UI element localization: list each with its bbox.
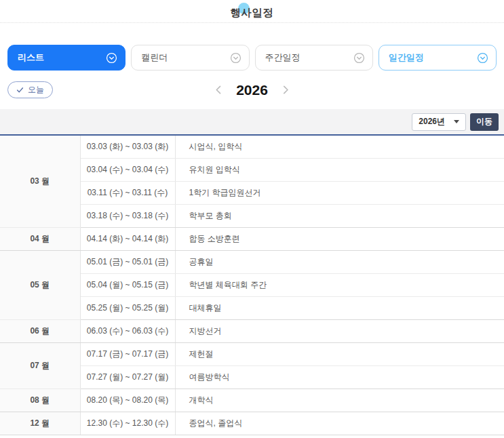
event-name-cell: 시업식, 입학식 — [175, 135, 504, 158]
next-year-button[interactable] — [281, 85, 291, 95]
page-header: 행사일정 — [0, 0, 504, 19]
table-row: 07 월07.17 (금) ~ 07.17 (금)제헌절 — [0, 342, 504, 365]
month-cell: 08 월 — [0, 389, 80, 412]
chevron-right-icon — [281, 85, 291, 95]
table-row: 04 월04.14 (화) ~ 04.14 (화)합동 소방훈련 — [0, 227, 504, 250]
chevron-down-circle-icon — [230, 52, 241, 64]
today-label: 오늘 — [28, 84, 44, 96]
today-button[interactable]: 오늘 — [7, 81, 53, 98]
table-row: 06 월06.03 (수) ~ 06.03 (수)지방선거 — [0, 319, 504, 342]
tab-list[interactable]: 리스트 — [7, 45, 125, 71]
tab-calendar[interactable]: 캘린더 — [131, 45, 249, 71]
table-row: 05 월05.01 (금) ~ 05.01 (금)공휴일 — [0, 250, 504, 273]
title-divider — [0, 22, 504, 23]
event-name-cell: 지방선거 — [175, 319, 504, 342]
tab-daily[interactable]: 일간일정 — [379, 45, 497, 71]
date-range-cell: 03.18 (수) ~ 03.18 (수) — [80, 204, 175, 227]
page-title: 행사일정 — [231, 6, 274, 19]
check-icon — [16, 86, 24, 94]
year-select-value: 2026년 — [419, 116, 445, 127]
year-toolbar: 오늘 2026 — [7, 81, 497, 99]
schedule-table: 03 월03.03 (화) ~ 03.03 (화)시업식, 입학식03.04 (… — [0, 134, 504, 435]
event-name-cell: 여름방학식 — [175, 365, 504, 389]
date-range-cell: 08.20 (목) ~ 08.20 (목) — [80, 389, 175, 412]
view-tabs: 리스트 캘린더 주간일정 일간일정 — [7, 45, 497, 71]
date-range-cell: 05.25 (월) ~ 05.25 (월) — [80, 296, 175, 319]
date-range-cell: 07.27 (월) ~ 07.27 (월) — [80, 365, 175, 389]
year-select[interactable]: 2026년 — [412, 113, 466, 131]
month-cell: 03 월 — [0, 135, 80, 227]
month-cell: 06 월 — [0, 319, 80, 342]
table-row: 08 월08.20 (목) ~ 08.20 (목)개학식 — [0, 389, 504, 412]
date-range-cell: 06.03 (수) ~ 06.03 (수) — [80, 319, 175, 342]
event-name-cell: 개학식 — [175, 389, 504, 412]
tab-calendar-label: 캘린더 — [141, 52, 168, 64]
chevron-left-icon — [213, 85, 223, 95]
event-name-cell: 유치원 입학식 — [175, 158, 504, 181]
date-range-cell: 03.11 (수) ~ 03.11 (수) — [80, 181, 175, 204]
tab-daily-label: 일간일정 — [389, 52, 424, 64]
table-row: 12 월12.30 (수) ~ 12.30 (수)종업식, 졸업식 — [0, 412, 504, 435]
event-name-cell: 1학기 학급임원선거 — [175, 181, 504, 204]
event-name-cell: 제헌절 — [175, 342, 504, 365]
event-name-cell: 학년별 체육대회 주간 — [175, 273, 504, 296]
schedule-table-body: 03 월03.03 (화) ~ 03.03 (화)시업식, 입학식03.04 (… — [0, 135, 504, 435]
date-range-cell: 05.04 (월) ~ 05.15 (금) — [80, 273, 175, 296]
event-name-cell: 대체휴일 — [175, 296, 504, 319]
current-year: 2026 — [236, 82, 268, 98]
month-cell: 05 월 — [0, 250, 80, 319]
schedule-section: 2026년 이동 03 월03.03 (화) ~ 03.03 (화)시업식, 입… — [0, 109, 504, 435]
chevron-down-circle-icon — [353, 52, 365, 64]
event-name-cell: 종업식, 졸업식 — [175, 412, 504, 435]
date-range-cell: 07.17 (금) ~ 07.17 (금) — [80, 342, 175, 365]
prev-year-button[interactable] — [213, 85, 223, 95]
month-cell: 07 월 — [0, 342, 80, 389]
page-title-text: 행사일정 — [231, 7, 274, 18]
date-range-cell: 12.30 (수) ~ 12.30 (수) — [80, 412, 175, 435]
chevron-down-circle-icon — [477, 52, 488, 64]
year-navigation: 2026 — [213, 81, 291, 99]
table-row: 03 월03.03 (화) ~ 03.03 (화)시업식, 입학식 — [0, 135, 504, 158]
event-name-cell: 공휴일 — [175, 250, 504, 273]
go-button[interactable]: 이동 — [470, 113, 499, 131]
event-name-cell: 학부모 총회 — [175, 204, 504, 227]
event-name-cell: 합동 소방훈련 — [175, 227, 504, 250]
caret-down-icon — [454, 120, 459, 123]
tab-weekly[interactable]: 주간일정 — [255, 45, 373, 71]
date-range-cell: 04.14 (화) ~ 04.14 (화) — [80, 227, 175, 250]
tab-weekly-label: 주간일정 — [265, 52, 301, 64]
month-cell: 12 월 — [0, 412, 80, 435]
month-cell: 04 월 — [0, 227, 80, 250]
tab-list-label: 리스트 — [18, 52, 44, 64]
date-range-cell: 05.01 (금) ~ 05.01 (금) — [80, 250, 175, 273]
date-range-cell: 03.04 (수) ~ 03.04 (수) — [80, 158, 175, 181]
table-toolbar: 2026년 이동 — [0, 109, 504, 134]
date-range-cell: 03.03 (화) ~ 03.03 (화) — [80, 135, 175, 158]
chevron-down-circle-icon — [106, 52, 117, 64]
